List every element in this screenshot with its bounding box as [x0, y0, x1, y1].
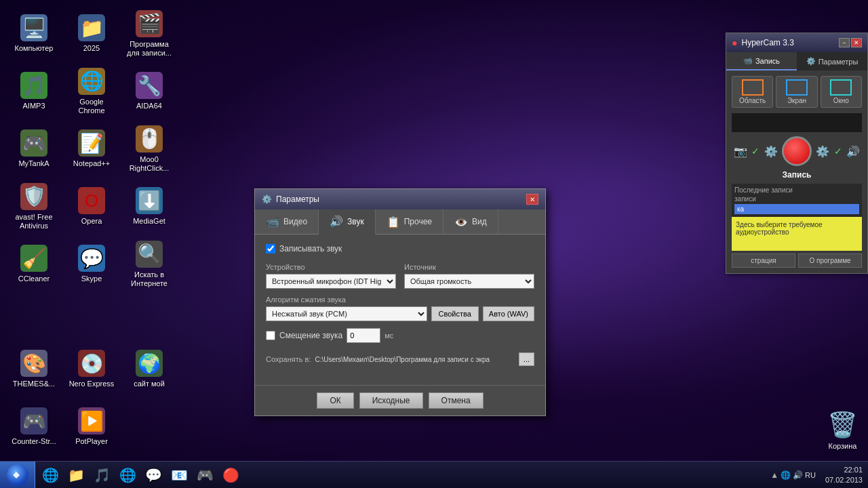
- desktop-icon-pot[interactable]: ▶️ PotPlayer: [64, 400, 119, 454]
- hypercam-minimize-btn[interactable]: −: [839, 38, 850, 47]
- taskbar-mail-icon[interactable]: 📧: [167, 463, 191, 487]
- desktop-icon-record[interactable]: 🎬 Программа для записи...: [122, 7, 176, 61]
- notepad-label: Notepad++: [73, 159, 110, 168]
- dialog-body: Записывать звук Устройство Встроенный ми…: [255, 235, 545, 385]
- hc-bottom-buttons: страция О программе: [732, 253, 862, 268]
- algo-select[interactable]: Несжатый звук (PCM): [266, 306, 427, 321]
- defaults-btn[interactable]: Исходные: [359, 392, 423, 409]
- counter-label: Counter-Str...: [12, 437, 56, 446]
- hc-camera-check-icon: ✓: [751, 146, 760, 157]
- hypercam-icon: ●: [732, 37, 737, 48]
- hc-camera-icon[interactable]: 📷: [734, 145, 747, 158]
- taskbar-ie-icon[interactable]: 🌐: [38, 463, 62, 487]
- chrome-icon: 🌐: [78, 68, 105, 95]
- hc-record-button[interactable]: [782, 136, 812, 166]
- search-icon: 🔍: [136, 241, 163, 268]
- algo-label: Алгоритм сжатия звука: [266, 296, 534, 304]
- desktop-icon-aida[interactable]: 🔧 AIDA64: [122, 64, 176, 119]
- hc-about-btn[interactable]: О программе: [798, 253, 862, 268]
- opera-label: Opera: [81, 217, 102, 226]
- desktop-icon-moo[interactable]: 🖱️ Moo0 RightClick...: [122, 122, 176, 176]
- taskbar-media-icon[interactable]: 🎵: [90, 463, 114, 487]
- algo-properties-btn[interactable]: Свойства: [431, 306, 479, 321]
- save-browse-btn[interactable]: ...: [519, 352, 534, 366]
- chrome-label: Google Chrome: [68, 98, 115, 115]
- dialog-tab-sound[interactable]: 🔊 Звук: [319, 209, 376, 235]
- dialog-tab-video[interactable]: 📹 Видео: [255, 209, 319, 234]
- themes-label: THEMES&...: [13, 380, 55, 388]
- skype-icon: 💬: [78, 245, 105, 272]
- desktop-icons-grid: 🖥️ Компьютер 📁 2025 🎬 Программа для запи…: [7, 7, 176, 291]
- taskbar-clock-area[interactable]: 22:01 07.02.2013: [820, 465, 868, 485]
- hypercam-close-btn[interactable]: ✕: [851, 38, 862, 47]
- device-source-row: Устройство Встроенный микрофон (IDT High…: [266, 263, 534, 289]
- desktop-icon-opera[interactable]: O Opera: [64, 180, 119, 234]
- desktop-icon-chrome[interactable]: 🌐 Google Chrome: [64, 64, 119, 119]
- start-orb: [7, 464, 28, 486]
- site-label: сайт мой: [134, 380, 165, 388]
- tray-volume-icon: 🔊: [793, 470, 803, 480]
- desktop-icon-aimp[interactable]: 🎵 AIMP3: [7, 64, 61, 119]
- dialog-close-btn[interactable]: ✕: [526, 194, 538, 205]
- start-button[interactable]: [0, 462, 35, 489]
- skype-label: Skype: [81, 274, 102, 283]
- taskbar-record-icon[interactable]: 🔴: [218, 463, 243, 487]
- hc-audio-settings-icon[interactable]: ⚙️: [816, 145, 829, 158]
- hc-mode-screen[interactable]: Экран: [776, 76, 817, 108]
- cancel-btn[interactable]: Отмена: [429, 392, 484, 409]
- hc-settings-icon[interactable]: ⚙️: [764, 145, 778, 158]
- offset-checkbox[interactable]: [266, 331, 275, 340]
- desktop-icon-themes[interactable]: 🎨 THEMES&...: [7, 342, 61, 396]
- taskbar-explorer-icon[interactable]: 📁: [64, 463, 88, 487]
- record-sound-checkbox[interactable]: [266, 244, 275, 253]
- desktop-icon-notepad[interactable]: 📝 Notepad++: [64, 122, 119, 176]
- hypercam-tab-record[interactable]: 📹 Запись: [726, 52, 797, 70]
- recycle-bin[interactable]: 🗑️ Корзина: [827, 411, 858, 451]
- desktop-icon-tank[interactable]: 🎮 MyTankA: [7, 122, 61, 176]
- record-tab-label: Запись: [755, 57, 780, 65]
- desktop-icon-counter[interactable]: 🎮 Counter-Str...: [7, 400, 61, 454]
- area-mode-label: Область: [739, 97, 766, 104]
- desktop-icon-computer[interactable]: 🖥️ Компьютер: [7, 7, 61, 61]
- hc-audio-icon[interactable]: 🔊: [846, 145, 860, 158]
- desktop-icon-search[interactable]: 🔍 Искать в Интернете: [122, 237, 176, 291]
- 2025-label: 2025: [83, 44, 100, 53]
- sound-tab-label: Звук: [347, 217, 364, 226]
- desktop-icon-nero[interactable]: 💿 Nero Express: [64, 342, 119, 396]
- desktop-icon-2025[interactable]: 📁 2025: [64, 7, 119, 61]
- themes-icon: 🎨: [20, 350, 47, 377]
- taskbar-date: 07.02.2013: [825, 475, 863, 485]
- desktop-icon-ccleaner[interactable]: 🧹 CCleaner: [7, 237, 61, 291]
- dialog-title: ⚙️ Параметры: [262, 195, 319, 204]
- tray-arrow-icon[interactable]: ▲: [770, 470, 778, 480]
- desktop-icon-mediaget[interactable]: ⬇️ MediaGet: [122, 180, 176, 234]
- hc-registration-btn[interactable]: страция: [732, 253, 795, 268]
- desktop-icon-skype[interactable]: 💬 Skype: [64, 237, 119, 291]
- tank-icon: 🎮: [20, 129, 47, 157]
- ccleaner-icon: 🧹: [20, 245, 47, 272]
- taskbar-game-icon[interactable]: 🎮: [193, 463, 217, 487]
- dialog-tab-other[interactable]: 📋 Прочее: [376, 209, 443, 234]
- params-tab-label: Параметры: [818, 58, 859, 66]
- hc-mode-window[interactable]: Окно: [821, 76, 862, 108]
- tray-icons: ▲ 🌐 🔊 RU: [766, 470, 820, 480]
- taskbar-chrome-icon[interactable]: 🌐: [115, 463, 140, 487]
- hc-preview-area: [732, 113, 862, 132]
- offset-input[interactable]: [347, 328, 380, 343]
- device-select[interactable]: Встроенный микрофон (IDT High D: [266, 274, 396, 289]
- desktop-icon-avast[interactable]: 🛡️ avast! Free Antivirus: [7, 180, 61, 234]
- source-select[interactable]: Общая громкость: [404, 274, 534, 289]
- dialog-titlebar: ⚙️ Параметры ✕: [255, 189, 545, 209]
- opera-icon: O: [78, 187, 105, 214]
- hypercam-tab-params[interactable]: ⚙️ Параметры: [797, 52, 867, 70]
- hc-mode-area[interactable]: Область: [732, 76, 773, 108]
- source-col: Источник Общая громкость: [404, 263, 534, 289]
- screen-mode-label: Экран: [787, 97, 806, 104]
- hc-list-item2[interactable]: ка: [734, 204, 859, 214]
- view-tab-label: Вид: [472, 217, 487, 226]
- taskbar-skype-icon[interactable]: 💬: [141, 463, 165, 487]
- algo-format-btn[interactable]: Авто (WAV): [483, 306, 534, 321]
- dialog-tab-view[interactable]: 👁️ Вид: [443, 209, 498, 234]
- desktop-icon-site[interactable]: 🌍 сайт мой: [122, 342, 176, 396]
- ok-btn[interactable]: ОК: [317, 392, 353, 409]
